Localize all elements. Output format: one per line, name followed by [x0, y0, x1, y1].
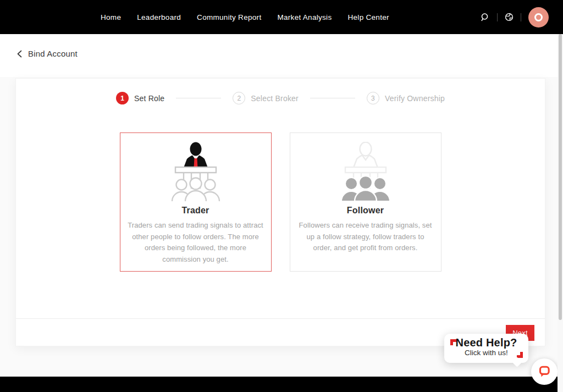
red-corner-bracket-icon [450, 339, 456, 345]
role-description-follower: Followers can receive trading signals, s… [297, 220, 434, 254]
scrollbar-thumb[interactable] [559, 34, 562, 320]
step-2-indicator: 2 [233, 92, 245, 104]
nav-right-actions [481, 0, 549, 34]
step-3-label: Verify Ownership [385, 94, 445, 103]
step-3-indicator: 3 [367, 92, 379, 104]
avatar-ring-icon [534, 13, 543, 21]
role-card-trader[interactable]: Trader Traders can send trading signals … [120, 132, 272, 272]
trader-podium-icon [120, 142, 271, 203]
footer-bar [0, 377, 563, 392]
avatar[interactable] [528, 7, 549, 27]
follower-audience-icon [290, 142, 441, 203]
role-options: Trader Traders can send trading signals … [16, 132, 545, 272]
chat-bubble-icon [536, 363, 553, 380]
bind-account-card: 1 Set Role 2 Select Broker 3 Verify Owne… [15, 78, 545, 346]
livechat-button[interactable] [531, 358, 558, 385]
step-1-indicator: 1 [116, 92, 129, 104]
page-title: Bind Account [28, 49, 78, 58]
step-connector [176, 98, 221, 98]
nav-menu: Home Leaderboard Community Report Market… [101, 13, 389, 21]
back-link[interactable]: Bind Account [16, 49, 78, 58]
search-icon[interactable] [481, 13, 490, 22]
stepper: 1 Set Role 2 Select Broker 3 Verify Owne… [16, 92, 545, 104]
nav-item-market-analysis[interactable]: Market Analysis [277, 13, 332, 21]
nav-item-leaderboard[interactable]: Leaderboard [137, 13, 181, 21]
role-description-trader: Traders can send trading signals to attr… [127, 220, 264, 265]
need-help-eyecatcher[interactable]: Need Help? Click with us! [444, 334, 528, 363]
role-title-follower: Follower [290, 206, 441, 216]
top-nav: Home Leaderboard Community Report Market… [0, 0, 563, 34]
nav-divider [521, 13, 521, 21]
step-select-broker: 2 Select Broker [233, 92, 299, 104]
role-title-trader: Trader [120, 206, 271, 216]
red-corner-bracket-icon [517, 352, 523, 358]
step-connector [310, 98, 355, 98]
step-2-label: Select Broker [251, 94, 299, 103]
step-verify-ownership: 3 Verify Ownership [367, 92, 445, 104]
language-globe-icon[interactable] [505, 13, 514, 21]
step-set-role: 1 Set Role [116, 92, 164, 104]
nav-item-home[interactable]: Home [101, 13, 121, 21]
chevron-left-icon [16, 50, 23, 58]
scrollbar[interactable] [558, 34, 563, 392]
nav-item-community-report[interactable]: Community Report [197, 13, 261, 21]
help-subtitle: Click with us! [444, 349, 528, 357]
nav-divider [497, 13, 498, 21]
help-title: Need Help? [444, 336, 528, 349]
nav-item-help-center[interactable]: Help Center [347, 13, 389, 21]
role-card-follower[interactable]: Follower Followers can receive trading s… [290, 132, 441, 272]
step-1-label: Set Role [134, 94, 164, 103]
